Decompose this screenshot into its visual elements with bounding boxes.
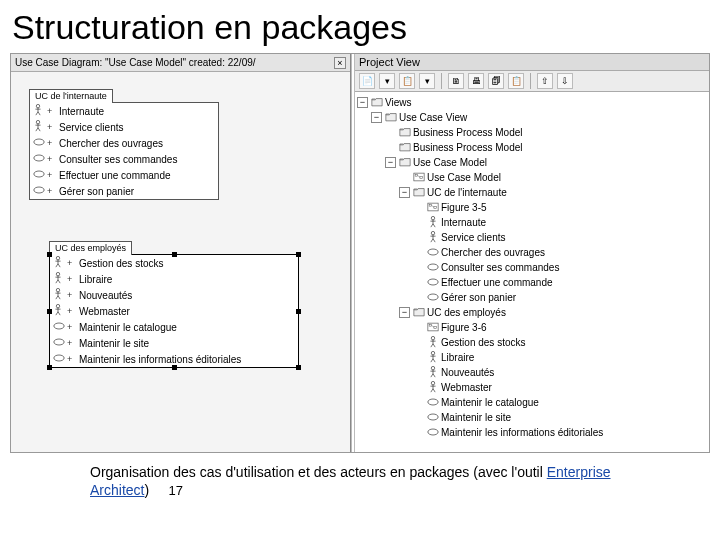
- tree-node[interactable]: Figure 3-5: [357, 200, 707, 215]
- tree-node[interactable]: Maintenir le site: [357, 410, 707, 425]
- close-icon[interactable]: ×: [334, 57, 346, 69]
- tree-node[interactable]: Libraire: [357, 350, 707, 365]
- tree-node[interactable]: −Use Case View: [357, 110, 707, 125]
- toolbar-button[interactable]: 🖶: [468, 73, 484, 89]
- tree-node-label: Gérer son panier: [441, 292, 707, 303]
- actor-icon: [428, 231, 438, 243]
- tree-node[interactable]: Service clients: [357, 230, 707, 245]
- tree-node[interactable]: −UC des employés: [357, 305, 707, 320]
- uc-icon: [427, 398, 439, 406]
- tree-node[interactable]: Maintenir les informations éditoriales: [357, 425, 707, 440]
- plus-icon: +: [67, 338, 75, 348]
- package-item[interactable]: +Maintenir le catalogue: [50, 319, 298, 335]
- application-window: Use Case Diagram: "Use Case Model" creat…: [10, 53, 710, 453]
- tree-expander[interactable]: −: [357, 97, 368, 108]
- toolbar-button[interactable]: 🗎: [448, 73, 464, 89]
- package-item[interactable]: +Service clients: [30, 119, 218, 135]
- package-item-label: Maintenir les informations éditoriales: [79, 354, 241, 365]
- tree-node[interactable]: Consulter ses commandes: [357, 260, 707, 275]
- tree-expander[interactable]: −: [371, 112, 382, 123]
- package-item[interactable]: +Nouveautés: [50, 287, 298, 303]
- tree-expander[interactable]: −: [385, 157, 396, 168]
- toolbar-button[interactable]: ⇧: [537, 73, 553, 89]
- page-number: 17: [169, 483, 183, 498]
- package-item[interactable]: +Gérer son panier: [30, 183, 218, 199]
- tree-node[interactable]: Use Case Model: [357, 170, 707, 185]
- package-uc-internaute[interactable]: UC de l'internaute +Internaute+Service c…: [29, 102, 219, 200]
- plus-icon: +: [67, 306, 75, 316]
- tree-node[interactable]: Business Process Model: [357, 140, 707, 155]
- tree-node-label: Use Case Model: [427, 172, 707, 183]
- tree-node[interactable]: Nouveautés: [357, 365, 707, 380]
- project-tree[interactable]: −Views−Use Case ViewBusiness Process Mod…: [355, 92, 709, 452]
- diagram-canvas[interactable]: Use Case Diagram: "Use Case Model" creat…: [11, 54, 351, 452]
- folder-icon: [371, 97, 383, 107]
- tree-expander[interactable]: −: [399, 307, 410, 318]
- plus-icon: +: [47, 170, 55, 180]
- tree-node-label: Maintenir le site: [441, 412, 707, 423]
- tree-node[interactable]: Maintenir le catalogue: [357, 395, 707, 410]
- project-view-title: Project View: [355, 54, 709, 71]
- uc-icon: [427, 293, 439, 301]
- tree-expander[interactable]: −: [399, 187, 410, 198]
- tree-node[interactable]: −Use Case Model: [357, 155, 707, 170]
- tree-node[interactable]: −UC de l'internaute: [357, 185, 707, 200]
- package-item[interactable]: +Gestion des stocks: [50, 255, 298, 271]
- toolbar-button[interactable]: ⇩: [557, 73, 573, 89]
- package-item[interactable]: +Webmaster: [50, 303, 298, 319]
- package-item[interactable]: +Consulter ses commandes: [30, 151, 218, 167]
- tree-node[interactable]: Effectuer une commande: [357, 275, 707, 290]
- tree-node-label: Webmaster: [441, 382, 707, 393]
- toolbar-button[interactable]: 📋: [508, 73, 524, 89]
- actor-icon: [428, 216, 438, 228]
- package-item-label: Nouveautés: [79, 290, 132, 301]
- tree-node-label: Figure 3-5: [441, 202, 707, 213]
- toolbar-separator: [530, 73, 531, 89]
- tree-node[interactable]: −Views: [357, 95, 707, 110]
- package-uc-employes[interactable]: UC des employés +Gestion des stocks+Libr…: [49, 254, 299, 368]
- actor-icon: [428, 336, 438, 348]
- toolbar-button[interactable]: 📋: [399, 73, 415, 89]
- tree-node-label: Use Case Model: [413, 157, 707, 168]
- diag-icon: [427, 322, 439, 332]
- tree-node-label: Gestion des stocks: [441, 337, 707, 348]
- toolbar-button[interactable]: ▾: [379, 73, 395, 89]
- package-item[interactable]: +Maintenir le site: [50, 335, 298, 351]
- tree-node[interactable]: Figure 3-6: [357, 320, 707, 335]
- tree-node[interactable]: Internaute: [357, 215, 707, 230]
- package-tab-label: UC de l'internaute: [29, 89, 113, 103]
- package-item[interactable]: +Internaute: [30, 103, 218, 119]
- uc-icon: [33, 138, 45, 146]
- tree-node[interactable]: Gestion des stocks: [357, 335, 707, 350]
- folder-icon: [399, 142, 411, 152]
- actor-icon: [53, 288, 63, 300]
- uc-icon: [427, 413, 439, 421]
- toolbar-button[interactable]: 📄: [359, 73, 375, 89]
- uc-icon: [53, 354, 65, 362]
- tree-node[interactable]: Business Process Model: [357, 125, 707, 140]
- package-item[interactable]: +Effectuer une commande: [30, 167, 218, 183]
- actor-icon: [33, 104, 43, 116]
- tree-node[interactable]: Gérer son panier: [357, 290, 707, 305]
- plus-icon: +: [47, 154, 55, 164]
- diagram-tab[interactable]: Use Case Diagram: "Use Case Model" creat…: [11, 54, 350, 72]
- package-item-label: Service clients: [59, 122, 123, 133]
- uc-icon: [33, 154, 45, 162]
- toolbar-button[interactable]: ▾: [419, 73, 435, 89]
- uc-icon: [427, 263, 439, 271]
- tree-node[interactable]: Chercher des ouvrages: [357, 245, 707, 260]
- actor-icon: [428, 381, 438, 393]
- package-item-label: Chercher des ouvrages: [59, 138, 163, 149]
- caption-text: Organisation des cas d'utilisation et de…: [90, 464, 547, 480]
- project-view-panel: Project View 📄▾📋▾🗎🖶🗐📋⇧⇩ −Views−Use Case …: [351, 54, 709, 452]
- toolbar-button[interactable]: 🗐: [488, 73, 504, 89]
- tree-node-label: Effectuer une commande: [441, 277, 707, 288]
- slide-title: Structuration en packages: [0, 0, 720, 53]
- tree-node[interactable]: Webmaster: [357, 380, 707, 395]
- tree-node-label: Nouveautés: [441, 367, 707, 378]
- tree-node-label: Maintenir le catalogue: [441, 397, 707, 408]
- actor-icon: [53, 272, 63, 284]
- package-item-label: Effectuer une commande: [59, 170, 171, 181]
- package-item[interactable]: +Chercher des ouvrages: [30, 135, 218, 151]
- package-item[interactable]: +Libraire: [50, 271, 298, 287]
